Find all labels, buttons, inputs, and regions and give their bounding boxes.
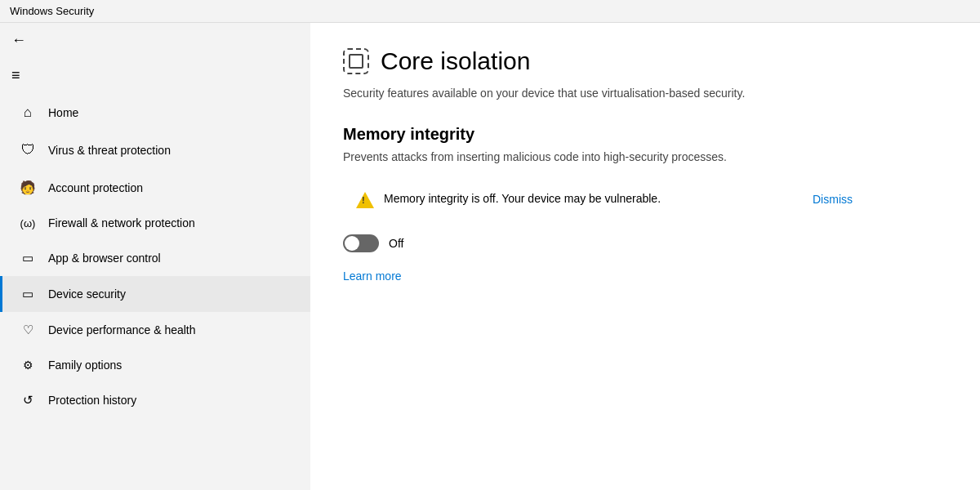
warning-icon — [356, 192, 374, 208]
family-icon: ⚙ — [19, 359, 37, 372]
title-bar: Windows Security — [0, 0, 980, 23]
main-content: Core isolation Security features availab… — [310, 23, 980, 490]
sidebar-label-app-browser: App & browser control — [48, 252, 161, 265]
sidebar-label-virus: Virus & threat protection — [48, 144, 171, 157]
sidebar-label-history: Protection history — [48, 394, 136, 407]
toggle-label: Off — [389, 237, 403, 250]
wifi-icon: (ω) — [19, 217, 37, 229]
core-isolation-icon — [343, 48, 369, 74]
section-title: Memory integrity — [343, 125, 947, 144]
page-header: Core isolation — [343, 47, 947, 75]
history-icon: ↺ — [19, 393, 37, 408]
device-security-icon: ▭ — [19, 287, 37, 301]
monitor-icon: ▭ — [19, 251, 37, 265]
page-description: Security features available on your devi… — [343, 85, 833, 102]
toggle-row: Off — [343, 234, 947, 252]
page-title: Core isolation — [381, 47, 530, 75]
sidebar: ← ≡ ⌂ Home 🛡 Virus & threat protection 🧑… — [0, 23, 310, 490]
sidebar-item-home[interactable]: ⌂ Home — [0, 94, 310, 131]
sidebar-label-device-health: Device performance & health — [48, 323, 196, 336]
toggle-knob — [345, 236, 359, 251]
sidebar-item-account[interactable]: 🧑 Account protection — [0, 169, 310, 206]
section-description: Prevents attacks from inserting maliciou… — [343, 149, 833, 166]
warning-box: Memory integrity is off. Your device may… — [343, 179, 866, 220]
sidebar-label-account: Account protection — [48, 181, 143, 194]
app-container: ← ≡ ⌂ Home 🛡 Virus & threat protection 🧑… — [0, 23, 980, 490]
dismiss-link[interactable]: Dismiss — [813, 193, 853, 206]
sidebar-item-family[interactable]: ⚙ Family options — [0, 348, 310, 382]
back-button[interactable]: ← — [11, 33, 26, 47]
app-title: Windows Security — [10, 5, 94, 17]
home-icon: ⌂ — [19, 105, 37, 121]
sidebar-item-history[interactable]: ↺ Protection history — [0, 382, 310, 418]
sidebar-item-firewall[interactable]: (ω) Firewall & network protection — [0, 206, 310, 240]
sidebar-item-device-health[interactable]: ♡ Device performance & health — [0, 312, 310, 348]
learn-more-link[interactable]: Learn more — [343, 270, 402, 283]
sidebar-top: ← — [0, 26, 310, 54]
heart-icon: ♡ — [19, 323, 37, 337]
memory-integrity-toggle[interactable] — [343, 234, 379, 252]
sidebar-item-device-security[interactable]: ▭ Device security — [0, 276, 310, 312]
sidebar-label-device-security: Device security — [48, 287, 126, 301]
sidebar-label-family: Family options — [48, 359, 122, 372]
sidebar-label-firewall: Firewall & network protection — [48, 216, 195, 229]
person-icon: 🧑 — [19, 180, 37, 195]
sidebar-nav: ⌂ Home 🛡 Virus & threat protection 🧑 Acc… — [0, 94, 310, 418]
sidebar-item-app-browser[interactable]: ▭ App & browser control — [0, 240, 310, 276]
shield-icon: 🛡 — [19, 142, 37, 158]
warning-text: Memory integrity is off. Your device may… — [384, 190, 786, 207]
sidebar-label-home: Home — [48, 106, 78, 119]
menu-icon[interactable]: ≡ — [0, 60, 310, 91]
sidebar-item-virus[interactable]: 🛡 Virus & threat protection — [0, 131, 310, 169]
